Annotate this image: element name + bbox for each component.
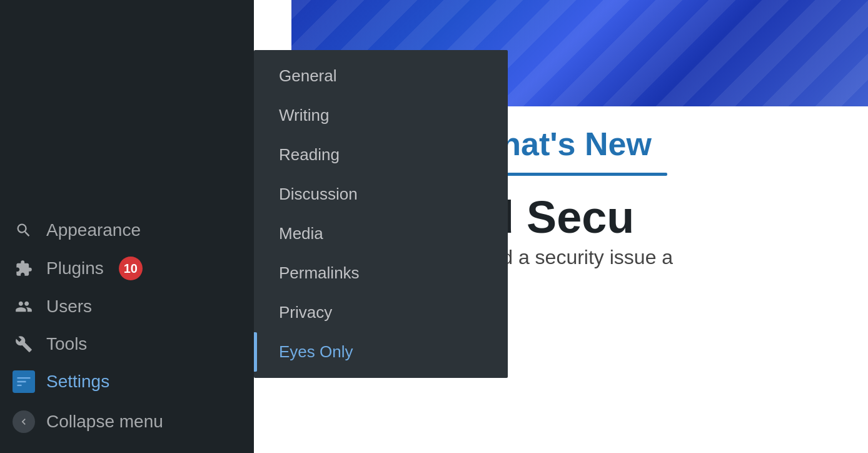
plugins-badge: 10	[119, 257, 143, 280]
sidebar-item-plugins[interactable]: Plugins 10	[0, 249, 254, 288]
submenu-item-reading[interactable]: Reading	[254, 135, 508, 175]
sidebar-item-users[interactable]: Users	[0, 288, 254, 325]
sidebar-item-appearance[interactable]: Appearance	[0, 211, 254, 249]
sidebar-item-label-plugins: Plugins	[46, 258, 104, 278]
collapse-menu-label: Collapse menu	[46, 412, 163, 432]
submenu-label-writing: Writing	[279, 106, 329, 125]
plugins-icon	[13, 257, 35, 280]
users-icon	[13, 295, 35, 318]
tools-icon	[13, 333, 35, 355]
settings-icon	[13, 370, 35, 393]
sidebar: Appearance Plugins 10 Users	[0, 0, 254, 453]
submenu-item-general[interactable]: General	[254, 56, 508, 96]
collapse-menu-button[interactable]: Collapse menu	[0, 403, 254, 440]
submenu-label-media: Media	[279, 224, 323, 243]
submenu-label-eyes-only: Eyes Only	[279, 342, 353, 362]
sidebar-item-settings[interactable]: Settings	[0, 363, 254, 400]
sidebar-item-tools[interactable]: Tools	[0, 325, 254, 363]
submenu-label-general: General	[279, 66, 337, 86]
settings-submenu: General Writing Reading Discussion Media…	[254, 50, 508, 378]
sidebar-item-label-users: Users	[46, 297, 92, 317]
submenu-item-permalinks[interactable]: Permalinks	[254, 253, 508, 293]
submenu-item-privacy[interactable]: Privacy	[254, 293, 508, 332]
sidebar-item-label-appearance: Appearance	[46, 220, 141, 240]
submenu-label-reading: Reading	[279, 145, 340, 165]
submenu-item-eyes-only[interactable]: Eyes Only	[254, 332, 508, 372]
sidebar-navigation: Appearance Plugins 10 Users	[0, 211, 254, 440]
sidebar-item-label-settings: Settings	[46, 372, 109, 392]
submenu-item-media[interactable]: Media	[254, 214, 508, 253]
collapse-icon	[13, 410, 35, 433]
submenu-item-discussion[interactable]: Discussion	[254, 175, 508, 214]
submenu-label-discussion: Discussion	[279, 185, 358, 204]
appearance-icon	[13, 219, 35, 242]
submenu-label-privacy: Privacy	[279, 303, 332, 322]
submenu-label-permalinks: Permalinks	[279, 263, 360, 283]
sidebar-item-label-tools: Tools	[46, 334, 87, 354]
submenu-item-writing[interactable]: Writing	[254, 96, 508, 135]
